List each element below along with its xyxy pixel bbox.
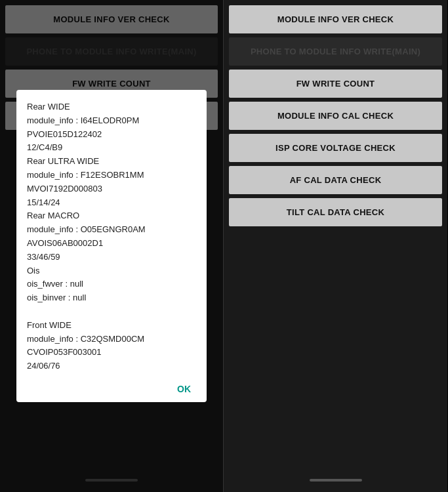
isp-core-voltage-check-btn[interactable]: ISP CORE VOLTAGE CHECK bbox=[229, 134, 442, 162]
dialog-overlay: Rear WIDE module_info : I64ELODR0PM PVOI… bbox=[0, 0, 223, 492]
tilt-cal-data-check-btn[interactable]: TILT CAL DATA CHECK bbox=[229, 198, 442, 226]
dialog-ok-button[interactable]: OK bbox=[172, 381, 196, 397]
left-panel: MODULE INFO VER CHECK PHONE TO MODULE IN… bbox=[0, 0, 224, 492]
dialog-box: Rear WIDE module_info : I64ELODR0PM PVOI… bbox=[16, 90, 207, 402]
phone-to-module-right-btn[interactable]: PHONE TO MODULE INFO WRITE(MAIN) bbox=[229, 37, 442, 66]
af-cal-data-check-btn[interactable]: AF CAL DATA CHECK bbox=[229, 166, 442, 194]
module-info-ver-check-right-btn[interactable]: MODULE INFO VER CHECK bbox=[229, 5, 442, 33]
module-info-cal-check-right-btn[interactable]: MODULE INFO CAL CHECK bbox=[229, 102, 442, 130]
dialog-actions: OK bbox=[27, 373, 196, 397]
bottom-bar-right bbox=[310, 479, 362, 482]
dialog-content: Rear WIDE module_info : I64ELODR0PM PVOI… bbox=[27, 100, 196, 373]
fw-write-count-right-btn[interactable]: FW WRITE COUNT bbox=[229, 70, 442, 98]
right-panel: MODULE INFO VER CHECK PHONE TO MODULE IN… bbox=[224, 0, 447, 492]
